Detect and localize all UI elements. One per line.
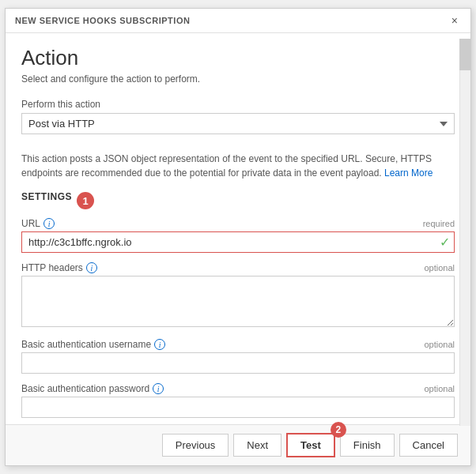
next-button[interactable]: Next — [233, 434, 281, 457]
test-button-wrapper: Test 2 — [286, 433, 335, 457]
learn-more-link[interactable]: Learn More — [384, 167, 433, 179]
http-headers-label: HTTP headers i — [21, 262, 97, 273]
auth-password-field-row: Basic authentication password i optional — [21, 383, 455, 418]
cancel-button[interactable]: Cancel — [399, 434, 458, 457]
url-input[interactable] — [21, 231, 455, 253]
settings-header: SETTINGS 1 — [21, 191, 455, 210]
scrollbar-thumb[interactable] — [459, 39, 470, 70]
auth-username-info-icon[interactable]: i — [154, 339, 165, 350]
action-info-text: This action posts a JSON object represen… — [21, 152, 455, 180]
perform-action-select[interactable]: Post via HTTP — [21, 113, 455, 134]
perform-action-field: Perform this action Post via HTTP — [21, 99, 455, 142]
auth-password-label: Basic authentication password i — [21, 383, 164, 394]
auth-username-label: Basic authentication username i — [21, 339, 165, 350]
settings-step-badge: 1 — [77, 192, 94, 209]
auth-password-input[interactable] — [21, 397, 455, 418]
dialog-footer: Previous Next Test 2 Finish Cancel — [6, 424, 470, 465]
auth-username-input[interactable] — [21, 352, 455, 374]
auth-username-field-row: Basic authentication username i optional — [21, 339, 455, 374]
perform-action-label: Perform this action — [21, 99, 455, 110]
url-tag: required — [423, 219, 455, 228]
scrollbar-track[interactable] — [459, 39, 470, 426]
http-headers-tag: optional — [424, 263, 455, 273]
url-check-icon: ✓ — [440, 235, 450, 250]
test-button[interactable]: Test — [286, 433, 335, 457]
url-label: URL i — [21, 218, 55, 229]
footer-step-badge: 2 — [331, 422, 346, 438]
close-button[interactable]: × — [448, 15, 461, 26]
url-field-row: URL i required ✓ — [21, 218, 455, 253]
page-heading: Action — [21, 46, 455, 70]
http-headers-input[interactable] — [21, 276, 455, 327]
previous-button[interactable]: Previous — [162, 434, 229, 457]
settings-badge-wrapper: 1 — [77, 192, 94, 209]
settings-heading: SETTINGS — [21, 191, 72, 202]
finish-button[interactable]: Finish — [340, 434, 395, 457]
page-subtitle: Select and configure the action to perfo… — [21, 73, 455, 85]
url-input-wrapper: ✓ — [21, 231, 455, 253]
dialog-title: NEW SERVICE HOOKS SUBSCRIPTION — [15, 16, 190, 25]
auth-username-tag: optional — [424, 340, 455, 349]
http-headers-info-icon[interactable]: i — [86, 262, 97, 273]
auth-password-info-icon[interactable]: i — [153, 383, 164, 394]
http-headers-field-row: HTTP headers i optional — [21, 262, 455, 329]
url-info-icon[interactable]: i — [43, 218, 55, 229]
dialog-body: Action Select and configure the action t… — [6, 33, 470, 424]
dialog: NEW SERVICE HOOKS SUBSCRIPTION × Action … — [5, 8, 471, 466]
dialog-titlebar: NEW SERVICE HOOKS SUBSCRIPTION × — [6, 9, 470, 33]
auth-password-tag: optional — [424, 384, 455, 393]
